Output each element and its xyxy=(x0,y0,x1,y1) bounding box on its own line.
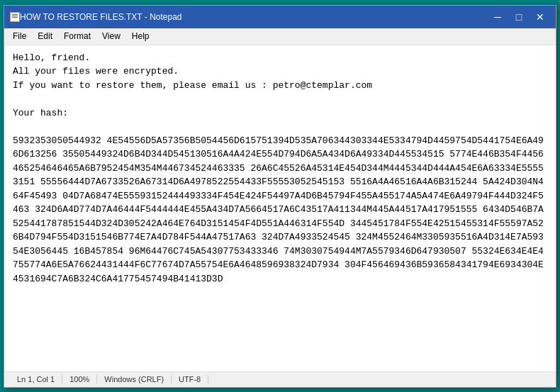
menu-view[interactable]: View xyxy=(96,30,126,43)
text-editor-area[interactable]: Hello, friend. All your files were encry… xyxy=(4,45,556,371)
close-button[interactable]: ✕ xyxy=(530,10,550,24)
maximize-button[interactable]: □ xyxy=(509,10,529,24)
menu-bar: File Edit Format View Help xyxy=(4,28,556,45)
menu-format[interactable]: Format xyxy=(58,30,96,43)
zoom-level: 100% xyxy=(62,375,97,383)
window-title: HOW TO RESTORE FILES.TXT - Notepad xyxy=(20,12,488,22)
window-controls: ─ □ ✕ xyxy=(488,10,550,24)
cursor-position: Ln 1, Col 1 xyxy=(10,375,62,383)
app-icon xyxy=(10,12,20,22)
minimize-button[interactable]: ─ xyxy=(488,10,508,24)
encoding: UTF-8 xyxy=(172,375,208,383)
menu-edit[interactable]: Edit xyxy=(32,30,58,43)
menu-file[interactable]: File xyxy=(7,30,32,43)
line-ending: Windows (CRLF) xyxy=(97,375,172,383)
title-bar: HOW TO RESTORE FILES.TXT - Notepad ─ □ ✕ xyxy=(4,6,556,28)
file-content: Hello, friend. All your files were encry… xyxy=(13,51,547,286)
status-bar: Ln 1, Col 1 100% Windows (CRLF) UTF-8 xyxy=(4,371,556,387)
notepad-window: HOW TO RESTORE FILES.TXT - Notepad ─ □ ✕… xyxy=(4,5,556,388)
menu-help[interactable]: Help xyxy=(126,30,155,43)
